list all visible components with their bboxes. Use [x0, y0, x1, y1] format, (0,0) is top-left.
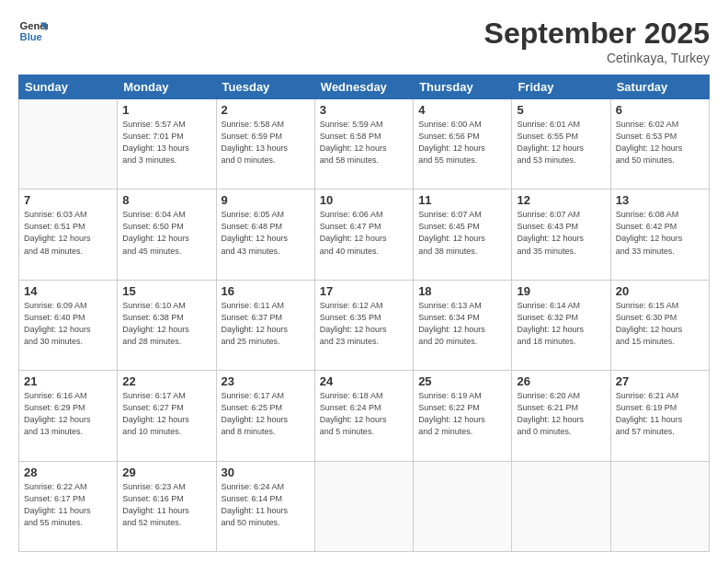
svg-text:Blue: Blue [20, 31, 42, 42]
table-row: 18Sunrise: 6:13 AMSunset: 6:34 PMDayligh… [414, 280, 512, 370]
day-number: 19 [517, 284, 605, 298]
table-row: 1Sunrise: 5:57 AMSunset: 7:01 PMDaylight… [118, 99, 216, 190]
col-friday: Friday [512, 75, 610, 99]
table-row: 8Sunrise: 6:04 AMSunset: 6:50 PMDaylight… [118, 190, 216, 280]
table-row: 25Sunrise: 6:19 AMSunset: 6:22 PMDayligh… [414, 371, 512, 461]
day-number: 29 [122, 465, 210, 479]
day-number: 14 [24, 284, 112, 298]
table-row: 26Sunrise: 6:20 AMSunset: 6:21 PMDayligh… [512, 371, 610, 461]
day-info: Sunrise: 5:58 AMSunset: 6:59 PMDaylight:… [222, 119, 310, 167]
table-row: 6Sunrise: 6:02 AMSunset: 6:53 PMDaylight… [610, 99, 709, 190]
day-number: 30 [222, 465, 310, 479]
day-info: Sunrise: 6:12 AMSunset: 6:35 PMDaylight:… [320, 300, 408, 348]
table-row: 12Sunrise: 6:07 AMSunset: 6:43 PMDayligh… [512, 190, 610, 280]
day-info: Sunrise: 5:57 AMSunset: 7:01 PMDaylight:… [122, 119, 210, 167]
calendar-week-row: 14Sunrise: 6:09 AMSunset: 6:40 PMDayligh… [19, 280, 710, 370]
day-info: Sunrise: 6:22 AMSunset: 6:17 PMDaylight:… [24, 481, 112, 529]
table-row: 30Sunrise: 6:24 AMSunset: 6:14 PMDayligh… [216, 461, 314, 551]
day-info: Sunrise: 5:59 AMSunset: 6:58 PMDaylight:… [320, 119, 408, 167]
col-tuesday: Tuesday [216, 75, 314, 99]
month-title: September 2025 [484, 17, 710, 51]
day-number: 21 [24, 374, 112, 388]
day-number: 25 [418, 374, 506, 388]
calendar-week-row: 21Sunrise: 6:16 AMSunset: 6:29 PMDayligh… [19, 371, 710, 461]
day-info: Sunrise: 6:19 AMSunset: 6:22 PMDaylight:… [418, 390, 506, 438]
table-row: 10Sunrise: 6:06 AMSunset: 6:47 PMDayligh… [314, 190, 413, 280]
table-row: 15Sunrise: 6:10 AMSunset: 6:38 PMDayligh… [118, 280, 216, 370]
table-row: 14Sunrise: 6:09 AMSunset: 6:40 PMDayligh… [19, 280, 118, 370]
day-info: Sunrise: 6:23 AMSunset: 6:16 PMDaylight:… [122, 481, 210, 529]
logo-icon: General Blue [18, 17, 48, 46]
day-number: 28 [24, 465, 112, 479]
table-row: 3Sunrise: 5:59 AMSunset: 6:58 PMDaylight… [314, 99, 413, 190]
table-row [19, 99, 118, 190]
subtitle: Cetinkaya, Turkey [484, 51, 710, 65]
day-info: Sunrise: 6:04 AMSunset: 6:50 PMDaylight:… [122, 209, 210, 257]
day-number: 27 [616, 374, 704, 388]
calendar-header-row: Sunday Monday Tuesday Wednesday Thursday… [19, 75, 710, 99]
col-monday: Monday [118, 75, 216, 99]
day-number: 18 [418, 284, 506, 298]
day-info: Sunrise: 6:08 AMSunset: 6:42 PMDaylight:… [616, 209, 704, 257]
day-number: 8 [122, 193, 210, 207]
table-row: 27Sunrise: 6:21 AMSunset: 6:19 PMDayligh… [610, 371, 709, 461]
day-number: 7 [24, 193, 112, 207]
day-number: 24 [320, 374, 408, 388]
day-number: 6 [616, 103, 704, 117]
day-info: Sunrise: 6:20 AMSunset: 6:21 PMDaylight:… [517, 390, 605, 438]
day-number: 2 [222, 103, 310, 117]
day-info: Sunrise: 6:13 AMSunset: 6:34 PMDaylight:… [418, 300, 506, 348]
table-row: 19Sunrise: 6:14 AMSunset: 6:32 PMDayligh… [512, 280, 610, 370]
day-number: 9 [222, 193, 310, 207]
day-info: Sunrise: 6:09 AMSunset: 6:40 PMDaylight:… [24, 300, 112, 348]
table-row: 13Sunrise: 6:08 AMSunset: 6:42 PMDayligh… [610, 190, 709, 280]
day-info: Sunrise: 6:03 AMSunset: 6:51 PMDaylight:… [24, 209, 112, 257]
table-row: 22Sunrise: 6:17 AMSunset: 6:27 PMDayligh… [118, 371, 216, 461]
day-number: 23 [222, 374, 310, 388]
table-row: 24Sunrise: 6:18 AMSunset: 6:24 PMDayligh… [314, 371, 413, 461]
table-row: 4Sunrise: 6:00 AMSunset: 6:56 PMDaylight… [414, 99, 512, 190]
day-info: Sunrise: 6:16 AMSunset: 6:29 PMDaylight:… [24, 390, 112, 438]
day-number: 11 [418, 193, 506, 207]
calendar-week-row: 1Sunrise: 5:57 AMSunset: 7:01 PMDaylight… [19, 99, 710, 190]
day-info: Sunrise: 6:24 AMSunset: 6:14 PMDaylight:… [222, 481, 310, 529]
day-info: Sunrise: 6:06 AMSunset: 6:47 PMDaylight:… [320, 209, 408, 257]
day-info: Sunrise: 6:10 AMSunset: 6:38 PMDaylight:… [122, 300, 210, 348]
table-row: 29Sunrise: 6:23 AMSunset: 6:16 PMDayligh… [118, 461, 216, 551]
col-wednesday: Wednesday [314, 75, 413, 99]
day-info: Sunrise: 6:02 AMSunset: 6:53 PMDaylight:… [616, 119, 704, 167]
day-info: Sunrise: 6:05 AMSunset: 6:48 PMDaylight:… [222, 209, 310, 257]
day-info: Sunrise: 6:11 AMSunset: 6:37 PMDaylight:… [222, 300, 310, 348]
table-row [314, 461, 413, 551]
calendar-table: Sunday Monday Tuesday Wednesday Thursday… [18, 75, 710, 552]
table-row [414, 461, 512, 551]
logo: General Blue [18, 17, 48, 46]
day-info: Sunrise: 6:14 AMSunset: 6:32 PMDaylight:… [517, 300, 605, 348]
table-row: 17Sunrise: 6:12 AMSunset: 6:35 PMDayligh… [314, 280, 413, 370]
table-row: 20Sunrise: 6:15 AMSunset: 6:30 PMDayligh… [610, 280, 709, 370]
day-number: 4 [418, 103, 506, 117]
table-row: 28Sunrise: 6:22 AMSunset: 6:17 PMDayligh… [19, 461, 118, 551]
col-saturday: Saturday [610, 75, 709, 99]
day-number: 12 [517, 193, 605, 207]
day-info: Sunrise: 6:17 AMSunset: 6:25 PMDaylight:… [222, 390, 310, 438]
day-number: 16 [222, 284, 310, 298]
table-row: 7Sunrise: 6:03 AMSunset: 6:51 PMDaylight… [19, 190, 118, 280]
table-row [512, 461, 610, 551]
day-info: Sunrise: 6:00 AMSunset: 6:56 PMDaylight:… [418, 119, 506, 167]
day-number: 13 [616, 193, 704, 207]
table-row: 16Sunrise: 6:11 AMSunset: 6:37 PMDayligh… [216, 280, 314, 370]
col-thursday: Thursday [414, 75, 512, 99]
table-row: 11Sunrise: 6:07 AMSunset: 6:45 PMDayligh… [414, 190, 512, 280]
table-row [610, 461, 709, 551]
day-info: Sunrise: 6:21 AMSunset: 6:19 PMDaylight:… [616, 390, 704, 438]
calendar-week-row: 7Sunrise: 6:03 AMSunset: 6:51 PMDaylight… [19, 190, 710, 280]
day-info: Sunrise: 6:07 AMSunset: 6:43 PMDaylight:… [517, 209, 605, 257]
day-number: 26 [517, 374, 605, 388]
day-number: 10 [320, 193, 408, 207]
day-info: Sunrise: 6:15 AMSunset: 6:30 PMDaylight:… [616, 300, 704, 348]
day-info: Sunrise: 6:07 AMSunset: 6:45 PMDaylight:… [418, 209, 506, 257]
day-info: Sunrise: 6:18 AMSunset: 6:24 PMDaylight:… [320, 390, 408, 438]
day-info: Sunrise: 6:17 AMSunset: 6:27 PMDaylight:… [122, 390, 210, 438]
calendar-week-row: 28Sunrise: 6:22 AMSunset: 6:17 PMDayligh… [19, 461, 710, 551]
